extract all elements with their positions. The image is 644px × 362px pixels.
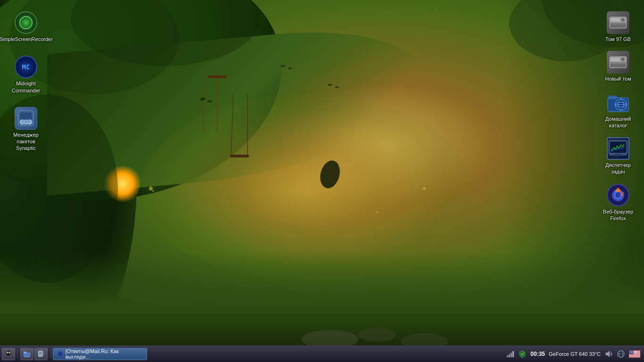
desktop-icons-right: Том 97 GB Новый том bbox=[597, 9, 639, 223]
svg-rect-73 bbox=[509, 354, 510, 357]
svg-point-71 bbox=[58, 352, 62, 356]
taskbar-window-label: [Ответы@Mail.Ru: Как выгляди... bbox=[66, 348, 143, 360]
svg-rect-85 bbox=[629, 355, 640, 356]
locale-flag-icon[interactable]: ★★★★★★ ★★★★★ ★★★★★★ bbox=[629, 350, 640, 358]
icon-home-folder[interactable]: Домашний каталог bbox=[597, 89, 639, 131]
svg-rect-74 bbox=[511, 353, 512, 357]
svg-point-35 bbox=[621, 18, 625, 22]
svg-rect-36 bbox=[611, 25, 626, 27]
editor-icon bbox=[37, 350, 45, 358]
taskbar-sep-2 bbox=[51, 349, 51, 359]
synaptic-svg bbox=[17, 109, 35, 128]
hdd-svg bbox=[608, 12, 628, 33]
desktop-wallpaper bbox=[0, 0, 644, 362]
firefox-label: Веб-браузер Firefox bbox=[599, 208, 637, 222]
svg-point-40 bbox=[621, 58, 625, 61]
mc-text: MC bbox=[22, 63, 30, 71]
network-icon[interactable] bbox=[506, 350, 514, 358]
desktop-icons-left: SimpleScreenRecorder MC Midnight Command… bbox=[5, 9, 47, 154]
folder-svg bbox=[607, 91, 629, 114]
icon-new-volume[interactable]: Новый том bbox=[597, 49, 639, 84]
synaptic-icon-img bbox=[15, 107, 37, 130]
swing-decoration bbox=[217, 75, 218, 132]
task-manager-label: Диспетчер задач bbox=[599, 162, 637, 175]
svg-rect-64 bbox=[24, 354, 30, 357]
tray-time: 00:35 bbox=[530, 351, 545, 357]
volume-97gb-icon-img bbox=[607, 11, 629, 34]
svg-rect-75 bbox=[512, 351, 514, 357]
svg-rect-63 bbox=[24, 352, 26, 354]
window-firefox-icon bbox=[57, 351, 64, 357]
icon-firefox[interactable]: Веб-браузер Firefox bbox=[597, 182, 639, 224]
midnight-commander-icon-img: MC bbox=[15, 56, 37, 78]
simplescreenrecorder-icon-img bbox=[15, 11, 37, 34]
network-manager-icon[interactable] bbox=[617, 350, 625, 358]
svg-point-57 bbox=[7, 351, 10, 356]
tray-gpu-info: GeForce GT 640 33°C bbox=[549, 351, 601, 357]
svg-marker-76 bbox=[606, 351, 610, 357]
volume-icon[interactable] bbox=[604, 350, 613, 358]
svg-text:★★★★★★: ★★★★★★ bbox=[629, 350, 638, 352]
icon-task-manager[interactable]: Диспетчер задач bbox=[597, 135, 639, 177]
svg-rect-72 bbox=[507, 355, 508, 357]
synaptic-label: Менеджер пакетов Synaptic bbox=[7, 132, 45, 152]
svg-rect-39 bbox=[611, 58, 620, 61]
icon-midnight-commander[interactable]: MC Midnight Commander bbox=[5, 54, 47, 96]
icon-synaptic[interactable]: Менеджер пакетов Synaptic bbox=[5, 105, 47, 154]
icon-volume-97gb[interactable]: Том 97 GB bbox=[597, 9, 639, 44]
svg-point-61 bbox=[9, 352, 10, 353]
svg-point-60 bbox=[8, 352, 8, 353]
svg-rect-52 bbox=[616, 154, 621, 156]
linux-icon bbox=[4, 350, 13, 358]
hdd2-svg bbox=[608, 52, 628, 73]
ssr-inner-circle bbox=[19, 16, 33, 29]
svg-rect-84 bbox=[629, 354, 640, 355]
home-folder-icon-img bbox=[607, 91, 629, 114]
security-icon[interactable] bbox=[518, 350, 527, 358]
taskbar-start-area bbox=[0, 348, 50, 360]
svg-rect-34 bbox=[611, 18, 620, 22]
new-volume-icon-img bbox=[607, 51, 629, 74]
svg-rect-41 bbox=[611, 64, 626, 67]
taskbar-window-firefox[interactable]: [Ответы@Mail.Ru: Как выгляди... bbox=[53, 348, 147, 360]
taskbar: [Ответы@Mail.Ru: Как выгляди... 00:35 Ge… bbox=[0, 346, 644, 362]
task-manager-icon-img bbox=[607, 137, 629, 160]
taskbar-filemanager-button[interactable] bbox=[20, 348, 33, 360]
volume-97gb-label: Том 97 GB bbox=[605, 36, 631, 42]
monitor-svg bbox=[608, 137, 628, 160]
system-tray: 00:35 GeForce GT 640 33°C ★★★★★★ bbox=[502, 350, 644, 358]
svg-rect-86 bbox=[629, 357, 640, 357]
svg-rect-23 bbox=[20, 113, 32, 120]
firefox-svg bbox=[608, 184, 628, 206]
icon-simplescreenrecorder[interactable]: SimpleScreenRecorder bbox=[5, 9, 47, 44]
taskbar-editor-button[interactable] bbox=[34, 348, 48, 360]
simplescreenrecorder-label: SimpleScreenRecorder bbox=[0, 36, 53, 42]
filemanager-icon bbox=[23, 350, 31, 358]
firefox-icon-img bbox=[607, 184, 629, 206]
taskbar-menu-button[interactable] bbox=[2, 348, 15, 360]
home-folder-label: Домашний каталог bbox=[599, 115, 637, 129]
midnight-commander-label: Midnight Commander bbox=[7, 80, 45, 94]
taskbar-sep-1 bbox=[17, 349, 18, 359]
new-volume-label: Новый том bbox=[605, 75, 631, 82]
